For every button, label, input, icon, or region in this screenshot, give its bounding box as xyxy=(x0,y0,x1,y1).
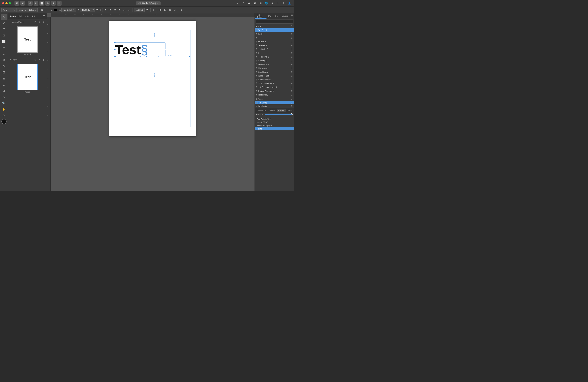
list2-btn[interactable]: ≔ xyxy=(127,8,131,12)
right-panel-menu[interactable]: ☰ xyxy=(290,13,294,19)
mail-merge-btn[interactable]: ✉ xyxy=(1,57,7,63)
master-a-thumb[interactable]: Test xyxy=(17,26,38,53)
style-iw-menu[interactable]: ☰ xyxy=(291,63,293,65)
char-emphasis-menu[interactable]: ☰ xyxy=(291,105,293,107)
pages-tab[interactable]: Pages xyxy=(9,15,17,18)
style-heading1-menu[interactable]: ☰ xyxy=(291,56,293,58)
style-bullet3[interactable]: ¶ · Bullet 3 ☰ xyxy=(255,47,294,51)
spacing-menu-btn[interactable]: ▼ xyxy=(145,8,149,12)
pfi-tab[interactable]: PfI xyxy=(31,15,36,18)
index-tab[interactable]: Index xyxy=(24,15,31,18)
snap-btn[interactable]: ⊞ xyxy=(158,8,163,12)
canvas-area[interactable]: -2 -1 0 1 2 3 4 5 6 7 8 1 2 3 4 5 6 7 xyxy=(47,13,254,191)
list-btn[interactable]: ≔ xyxy=(122,8,127,12)
document-close-icon[interactable]: × xyxy=(157,2,158,4)
style-n2-menu[interactable]: ☰ xyxy=(291,82,293,84)
style-ltl-menu[interactable]: ☰ xyxy=(291,75,293,77)
char-no-style-menu[interactable]: ☰ xyxy=(291,102,293,104)
sync-icon[interactable]: ⟳ xyxy=(34,1,38,6)
master-pages-add-icon[interactable]: + xyxy=(38,20,41,24)
snap4-btn[interactable]: ⊟ xyxy=(172,8,177,12)
para-style-select[interactable]: [No Style] xyxy=(80,8,94,12)
char-style-emphasis[interactable]: a Emphasis ☰ xyxy=(255,104,294,108)
grid-tool-btn[interactable]: ⊞ xyxy=(1,76,7,81)
history-add-artistic[interactable]: Add Artistic Text xyxy=(255,117,294,121)
style-numbered3[interactable]: ¶ 0.0.1. Numbered 3 ☰ xyxy=(255,85,294,89)
image-frame-tool-btn[interactable]: ⬜ xyxy=(1,39,7,44)
panel1-icon[interactable]: ▣ xyxy=(252,1,257,6)
style-initial-words[interactable]: ¶ Initial Words ☰ xyxy=(255,63,294,66)
export-icon[interactable]: ⬜ xyxy=(40,1,44,6)
frame-text-tool-btn[interactable]: ⊡ xyxy=(1,33,7,38)
style-line-to-left[interactable]: ¶ | Line To Left ☰ xyxy=(255,74,294,78)
zoom-tool-btn[interactable]: 🔍 xyxy=(1,100,7,106)
hand-tool-btn[interactable]: ✋ xyxy=(1,106,7,112)
style-bullet2[interactable]: ¶ • Bullet 2 ☰ xyxy=(255,44,294,47)
panel2-icon[interactable]: ▤ xyxy=(258,1,263,6)
page1-container[interactable]: Test Page 1 xyxy=(8,63,47,95)
far-tab[interactable]: FaR xyxy=(17,15,23,18)
handle-tc[interactable] xyxy=(140,42,141,43)
align-right-btn[interactable]: ≡ xyxy=(113,8,117,12)
style-numbered2[interactable]: ¶ 0.1. Numbered 2 ☰ xyxy=(255,82,294,85)
handle-bc[interactable] xyxy=(140,56,141,57)
style-heading2-menu[interactable]: ☰ xyxy=(291,60,293,62)
more-btn[interactable]: » xyxy=(179,8,184,12)
style-n1-menu[interactable]: ☰ xyxy=(291,79,293,81)
transform-tab[interactable]: Transform xyxy=(256,109,268,112)
history-set-page[interactable]: Set current page xyxy=(255,124,294,127)
style-numbered1[interactable]: ¶ 1. Numbered 1 ☰ xyxy=(255,78,294,82)
para-menu-btn[interactable]: ▼ xyxy=(95,8,99,12)
style-line-above[interactable]: ¶ Line Above ☰ xyxy=(255,66,294,70)
layers-tab[interactable]: Layers xyxy=(280,13,290,19)
style-bullet2-menu[interactable]: ☰ xyxy=(291,44,293,46)
text-content-frame[interactable]: Test§ xyxy=(115,42,166,57)
handle-br[interactable] xyxy=(165,56,166,57)
image-tool-btn[interactable]: 🖼 xyxy=(1,69,7,75)
pen-tool-btn[interactable]: ✏ xyxy=(1,45,7,51)
style-heading2[interactable]: ¶ Heading 2 ☰ xyxy=(255,59,294,63)
handle-tl[interactable] xyxy=(114,42,116,43)
base-section-menu[interactable]: ☰ xyxy=(291,25,293,27)
style-tb-menu[interactable]: ☰ xyxy=(291,94,293,96)
info-icon[interactable]: ℹ xyxy=(275,1,280,6)
style-dash-menu[interactable]: ☰ xyxy=(291,37,293,39)
handle-tr[interactable] xyxy=(165,42,166,43)
history-paste[interactable]: Paste xyxy=(255,127,294,130)
table-tool-btn[interactable]: ⬡ xyxy=(1,82,7,88)
fields-tab[interactable]: Fields xyxy=(268,109,276,112)
style-la-menu[interactable]: ☰ xyxy=(291,67,293,69)
text-styles-tab[interactable]: Text Styles xyxy=(255,13,267,19)
bold-button[interactable]: B xyxy=(40,8,44,12)
handle-mr[interactable] xyxy=(165,49,166,50)
freehand-tool-btn[interactable]: ✎ xyxy=(1,94,7,100)
style-table-body[interactable]: ¶ Table Body ☰ xyxy=(255,93,294,97)
align-icon[interactable]: ≡ xyxy=(235,1,240,6)
download-icon[interactable]: ⬇ xyxy=(270,1,274,6)
par-tab[interactable]: Par xyxy=(267,13,273,19)
master-a-container[interactable]: Test Master A xyxy=(8,25,47,57)
style-n3-menu[interactable]: ☰ xyxy=(291,86,293,88)
style-bullet1-menu[interactable]: ☰ xyxy=(291,41,293,43)
settings-icon[interactable]: ⚙ xyxy=(28,1,33,6)
select-tool-btn[interactable]: ↖ xyxy=(1,14,7,20)
grid2-icon[interactable]: ⊞ xyxy=(51,1,56,6)
style-heading1[interactable]: ¶ Heading 1 ☰ xyxy=(255,55,294,59)
snap3-btn[interactable]: ⊠ xyxy=(168,8,172,12)
link2-icon[interactable]: ⛓ xyxy=(57,1,62,6)
chr-tab[interactable]: Chr xyxy=(273,13,280,19)
minimize-button[interactable] xyxy=(5,2,8,4)
style-no-style-menu[interactable]: ☰ xyxy=(291,29,293,31)
color-picker-btn[interactable]: ⊙ xyxy=(1,113,7,118)
style-d-menu[interactable]: ☰ xyxy=(291,52,293,54)
style-body-menu[interactable]: ☰ xyxy=(291,33,293,35)
style-oa-menu[interactable]: ☰ xyxy=(291,90,293,92)
pages-section-header[interactable]: ▼ Pages ⊡ + 🗑 xyxy=(8,57,47,63)
style-bullet3-menu[interactable]: ☰ xyxy=(291,48,293,50)
history-insert-test[interactable]: Insert: "Test" xyxy=(255,121,294,124)
char-style-select[interactable]: [No Style] xyxy=(61,8,76,12)
style-bullet1[interactable]: ¶ • Bullet 1 ☰ xyxy=(255,40,294,44)
underline-button[interactable]: U xyxy=(49,8,54,12)
italic-button[interactable]: I xyxy=(45,8,49,12)
page1-thumb[interactable]: Test xyxy=(17,64,38,90)
